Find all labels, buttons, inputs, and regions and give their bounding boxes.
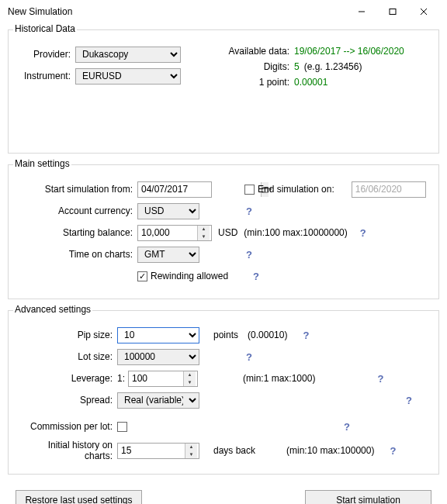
advanced-settings-group: Advanced settings Pip size: 10 points (0… [8, 310, 439, 475]
spinner-icon[interactable]: ▲▼ [185, 444, 197, 458]
help-icon[interactable]: ? [376, 372, 385, 385]
help-icon[interactable]: ? [301, 329, 310, 341]
history-input[interactable] [118, 444, 185, 458]
leverage-label: Leverage: [18, 373, 117, 384]
balance-unit: USD [218, 227, 237, 238]
digits-hint: (e.g. 1.23456) [304, 61, 362, 72]
historical-data-group: Historical Data Provider: Dukascopy Inst… [8, 29, 439, 154]
end-date-input [352, 182, 447, 197]
instrument-label: Instrument: [18, 71, 75, 81]
minimize-button[interactable] [346, 0, 377, 23]
currency-select[interactable]: USD [137, 203, 199, 219]
pip-extra: (0.00010) [248, 330, 287, 340]
help-icon[interactable]: ? [404, 394, 414, 406]
rewind-label: Rewinding allowed [151, 271, 228, 281]
instrument-select[interactable]: EURUSD [75, 68, 181, 85]
maximize-button[interactable] [377, 0, 408, 23]
main-settings-group: Main settings Start simulation from: ▾ E… [8, 164, 439, 299]
point-label: 1 point: [220, 77, 289, 88]
titlebar: New Simulation [0, 0, 447, 23]
available-data-label: Available data: [220, 46, 289, 57]
end-date-field: ▾ [352, 181, 426, 198]
history-label: Initial history on charts: [18, 440, 117, 461]
help-icon[interactable]: ? [342, 420, 352, 433]
leverage-field[interactable]: ▲▼ [128, 371, 198, 387]
balance-hint: (min:100 max:10000000) [244, 227, 347, 238]
currency-label: Account currency: [18, 205, 137, 216]
help-icon[interactable]: ? [251, 270, 261, 282]
main-legend: Main settings [13, 158, 71, 169]
commission-checkbox[interactable] [117, 422, 127, 432]
restore-button[interactable]: Restore last used settings [16, 490, 142, 504]
svg-rect-1 [390, 9, 396, 15]
balance-label: Starting balance: [18, 227, 137, 238]
end-sim-label: End simulation on: [258, 184, 334, 195]
leverage-prefix: 1: [117, 373, 125, 384]
spread-label: Spread: [18, 395, 117, 406]
spinner-icon[interactable]: ▲▼ [183, 371, 196, 386]
help-icon[interactable]: ? [244, 350, 254, 363]
help-icon[interactable]: ? [244, 248, 254, 261]
help-icon[interactable]: ? [359, 226, 368, 239]
help-icon[interactable]: ? [388, 444, 397, 457]
time-select[interactable]: GMT [137, 247, 199, 263]
pip-unit: points [213, 330, 238, 340]
history-unit: days back [213, 445, 255, 456]
pip-select[interactable]: 10 [117, 327, 199, 343]
rewind-checkbox[interactable] [137, 271, 147, 281]
time-label: Time on charts: [18, 249, 137, 260]
window-title: New Simulation [8, 6, 346, 17]
spinner-icon[interactable]: ▲▼ [197, 226, 210, 240]
advanced-legend: Advanced settings [13, 304, 92, 315]
historical-legend: Historical Data [13, 23, 77, 34]
digits-label: Digits: [220, 61, 289, 72]
provider-select[interactable]: Dukascopy [75, 47, 181, 63]
commission-label: Commission per lot: [18, 421, 117, 432]
close-button[interactable] [408, 0, 439, 23]
lot-label: Lot size: [18, 351, 117, 362]
bottom-bar: Restore last used settings Start simulat… [8, 485, 439, 504]
leverage-hint: (min:1 max:1000) [243, 373, 315, 384]
start-date-input[interactable] [138, 182, 261, 197]
pip-label: Pip size: [18, 330, 117, 340]
leverage-input[interactable] [129, 371, 183, 386]
history-hint: (min:10 max:100000) [286, 445, 374, 456]
end-sim-checkbox[interactable] [244, 185, 255, 195]
start-date-field[interactable]: ▾ [137, 181, 212, 198]
start-button[interactable]: Start simulation [305, 490, 431, 504]
balance-input[interactable] [138, 226, 197, 240]
provider-label: Provider: [18, 49, 75, 60]
spread-select[interactable]: Real (variable) [117, 392, 199, 409]
history-field[interactable]: ▲▼ [117, 443, 199, 459]
help-icon[interactable]: ? [244, 205, 254, 217]
available-data-value: 19/06/2017 --> 16/06/2020 [294, 46, 404, 57]
start-sim-label: Start simulation from: [18, 184, 137, 195]
lot-select[interactable]: 100000 [117, 349, 199, 365]
digits-value: 5 [294, 61, 300, 72]
point-value: 0.00001 [294, 77, 327, 88]
balance-field[interactable]: ▲▼ [137, 225, 212, 241]
